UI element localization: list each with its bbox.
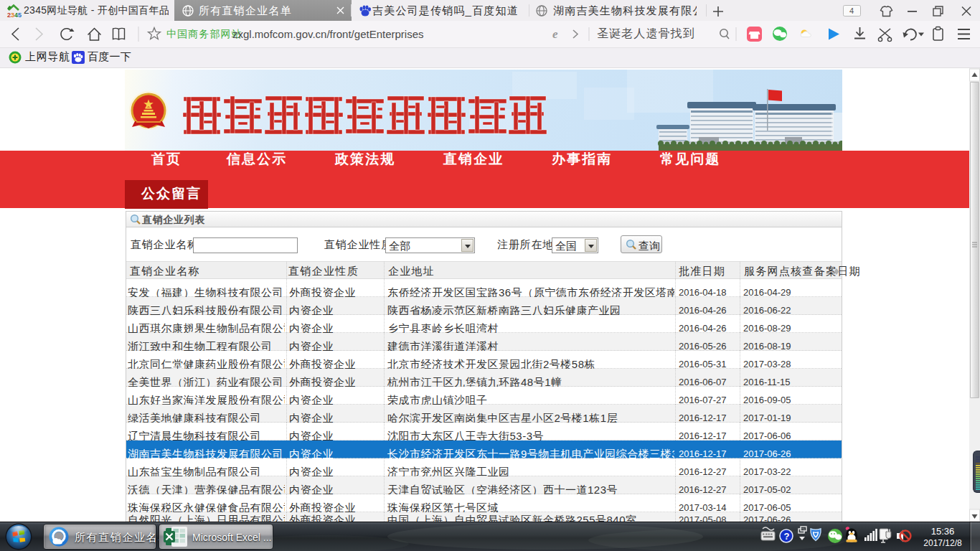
svg-text:zxgl.mofcom.gov.cn/front/getEn: zxgl.mofcom.gov.cn/front/getEnterprises (232, 28, 424, 40)
svg-text:圣诞老人遗骨找到: 圣诞老人遗骨找到 (597, 27, 695, 39)
svg-text:?: ? (784, 531, 790, 542)
svg-text:4: 4 (849, 6, 854, 15)
svg-text:e: e (552, 27, 558, 41)
svg-text:5: 5 (18, 11, 22, 19)
svg-text:中国商务部网站: 中国商务部网站 (166, 28, 242, 39)
